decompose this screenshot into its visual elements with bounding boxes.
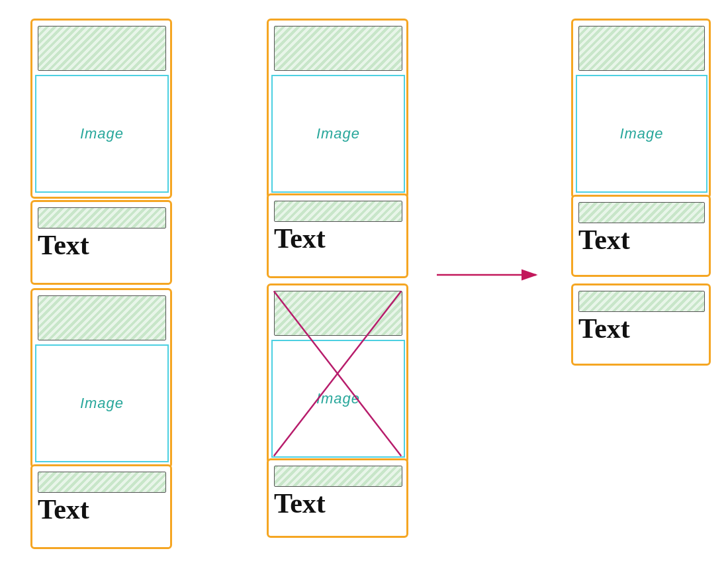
left-green-bar-4 bbox=[38, 472, 166, 493]
mid-green-bar-1 bbox=[274, 26, 402, 71]
main-canvas: Image Text Image Text Image Text Image bbox=[0, 0, 728, 563]
right-card-1: Image bbox=[571, 19, 711, 199]
mid-card-3-crossed: Image bbox=[267, 283, 408, 464]
right-green-bar-1 bbox=[578, 26, 705, 71]
left-card-2: Text bbox=[30, 200, 172, 285]
right-card-3: Text bbox=[571, 283, 711, 366]
right-text-label-3: Text bbox=[578, 315, 630, 342]
left-text-label-2: Text bbox=[38, 231, 89, 259]
left-text-label-4: Text bbox=[38, 495, 89, 523]
left-image-label-1: Image bbox=[80, 125, 124, 142]
left-image-box-1: Image bbox=[35, 75, 169, 193]
mid-image-label-1: Image bbox=[316, 125, 360, 142]
left-card-1: Image bbox=[30, 19, 172, 199]
mid-image-label-3: Image bbox=[316, 390, 360, 407]
right-image-box-1: Image bbox=[576, 75, 707, 193]
right-card-2: Text bbox=[571, 195, 711, 277]
left-image-box-3: Image bbox=[35, 344, 169, 462]
right-green-bar-3 bbox=[578, 291, 705, 312]
left-green-bar-1 bbox=[38, 26, 166, 71]
mid-image-box-1: Image bbox=[271, 75, 405, 193]
mid-green-bar-2 bbox=[274, 201, 402, 222]
mid-text-label-4: Text bbox=[274, 489, 326, 517]
right-text-label-2: Text bbox=[578, 226, 630, 254]
left-card-4: Text bbox=[30, 464, 172, 549]
right-image-label-1: Image bbox=[619, 125, 663, 142]
mid-card-2: Text bbox=[267, 193, 408, 278]
mid-green-bar-4 bbox=[274, 466, 402, 487]
left-card-3: Image bbox=[30, 288, 172, 468]
mid-card-1: Image bbox=[267, 19, 408, 199]
right-green-bar-2 bbox=[578, 202, 705, 223]
mid-green-bar-3 bbox=[274, 291, 402, 336]
left-green-bar-2 bbox=[38, 207, 166, 229]
mid-card-4: Text bbox=[267, 458, 408, 538]
transformation-arrow bbox=[430, 258, 549, 291]
mid-image-box-3: Image bbox=[271, 340, 405, 458]
left-image-label-3: Image bbox=[80, 395, 124, 412]
left-green-bar-3 bbox=[38, 295, 166, 340]
mid-text-label-2: Text bbox=[274, 225, 326, 252]
